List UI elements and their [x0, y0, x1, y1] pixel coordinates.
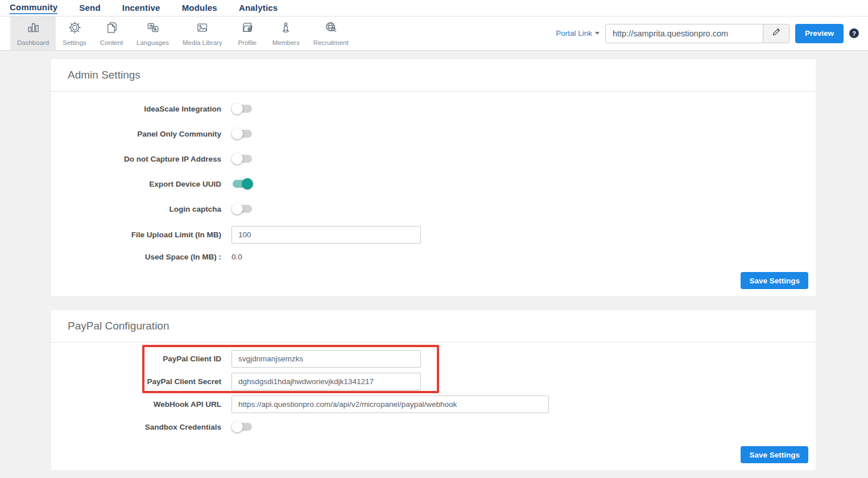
pages-icon: [104, 20, 119, 38]
field-label: Login captcha: [51, 205, 232, 213]
paypal-save-row: Save Settings: [51, 438, 816, 463]
row-used-space: Used Space (In MB) : 0.0: [51, 248, 816, 266]
field-label: Panel Only Community: [51, 130, 232, 138]
toggle-knob: [232, 128, 243, 139]
portal-url-input[interactable]: [606, 24, 763, 43]
nav-item-community[interactable]: Community: [10, 2, 57, 14]
field-label: Used Space (In MB) :: [51, 253, 232, 261]
admin-save-row: Save Settings: [51, 266, 816, 289]
admin-settings-header: Admin Settings: [51, 59, 816, 92]
toolbar-tab-content[interactable]: Content: [93, 17, 130, 50]
preview-button[interactable]: Preview: [795, 24, 844, 43]
paypal-save-settings-button[interactable]: Save Settings: [741, 446, 808, 463]
globe-search-icon: [323, 20, 338, 38]
chevron-down-icon: [595, 32, 600, 35]
admin-settings-card: Admin Settings IdeaScale Integration Pan…: [51, 59, 816, 296]
row-do-not-capture-ip: Do not Capture IP Address: [51, 146, 816, 171]
field-label: Export Device UUID: [51, 180, 232, 188]
toolbar-tab-profile[interactable]: Profile: [229, 17, 266, 50]
field-label: Do not Capture IP Address: [51, 155, 232, 163]
do-not-capture-ip-toggle[interactable]: [233, 155, 252, 163]
row-file-upload-limit: File Upload Limit (In MB): [51, 221, 816, 248]
field-label: IdeaScale Integration: [51, 105, 232, 113]
help-icon[interactable]: ?: [849, 28, 859, 38]
paypal-client-id-input[interactable]: [232, 350, 421, 368]
admin-settings-body: IdeaScale Integration Panel Only Communi…: [51, 92, 816, 296]
webhook-api-url-input[interactable]: [232, 395, 549, 413]
toolbar-tab-languages[interactable]: Languages: [130, 17, 176, 50]
toggle-knob: [232, 421, 243, 432]
nav-item-analytics[interactable]: Analytics: [239, 3, 278, 14]
row-panel-only-community: Panel Only Community: [51, 121, 816, 146]
ideascale-integration-toggle[interactable]: [233, 105, 252, 113]
nav-item-incentive[interactable]: Incentive: [122, 3, 160, 14]
field-label: Sandbox Credentials: [51, 423, 232, 431]
toolbar-tab-media-library[interactable]: Media Library: [176, 17, 229, 50]
tab-label: Settings: [63, 39, 86, 46]
field-label: PayPal Client ID: [51, 355, 232, 363]
paypal-body: PayPal Client ID PayPal Client Secret We…: [51, 343, 816, 470]
field-label: PayPal Client Secret: [51, 377, 232, 386]
gear-icon: [67, 20, 82, 38]
row-ideascale-integration: IdeaScale Integration: [51, 96, 816, 121]
main-content: Admin Settings IdeaScale Integration Pan…: [0, 51, 868, 470]
tab-label: Profile: [238, 39, 257, 46]
toolbar-tab-dashboard[interactable]: Dashboard: [10, 17, 56, 50]
page-title-admin-settings: Admin Settings: [68, 69, 140, 81]
row-paypal-client-id: PayPal Client ID: [51, 347, 816, 370]
portal-url-group: [605, 24, 790, 43]
panel-only-community-toggle[interactable]: [233, 130, 252, 138]
bar-chart-icon: [26, 20, 41, 38]
tab-label: Content: [100, 39, 123, 46]
page-title-paypal-configuration: PayPal Configuration: [68, 320, 170, 332]
admin-save-settings-button[interactable]: Save Settings: [741, 272, 808, 289]
row-login-captcha: Login captcha: [51, 196, 816, 221]
toggle-knob: [232, 153, 243, 164]
row-webhook-api-url: WebHook API URL: [51, 393, 816, 415]
edit-url-button[interactable]: [763, 24, 789, 43]
paypal-configuration-card: PayPal Configuration PayPal Client ID Pa…: [51, 310, 816, 470]
row-export-device-uuid: Export Device UUID: [51, 171, 816, 196]
nav-item-modules[interactable]: Modules: [182, 3, 217, 14]
top-navigation: Community Send Incentive Modules Analyti…: [0, 0, 868, 16]
folder-person-icon: [239, 20, 255, 38]
toggle-knob: [232, 203, 243, 215]
image-icon: [195, 20, 210, 38]
portal-link-dropdown[interactable]: Portal Link: [556, 29, 600, 38]
tab-label: Recruitment: [313, 39, 349, 46]
pencil-icon: [771, 27, 781, 39]
used-space-value: 0.0: [232, 253, 242, 261]
export-device-uuid-toggle[interactable]: [233, 180, 252, 188]
nav-item-send[interactable]: Send: [79, 3, 100, 14]
toolbar-right: Portal Link Preview ?: [556, 17, 868, 50]
toggle-knob: [232, 103, 243, 114]
toggle-knob: [242, 178, 253, 189]
login-captcha-toggle[interactable]: [233, 205, 252, 213]
paypal-client-secret-input[interactable]: [232, 373, 421, 390]
toolbar: Dashboard Settings Content Languages Med…: [0, 16, 868, 51]
portal-link-label: Portal Link: [556, 29, 592, 38]
row-paypal-client-secret: PayPal Client Secret: [51, 370, 816, 393]
tab-label: Dashboard: [17, 39, 49, 46]
row-sandbox-credentials: Sandbox Credentials: [51, 415, 816, 438]
toolbar-tab-settings[interactable]: Settings: [56, 17, 93, 50]
tab-label: Media Library: [183, 39, 222, 46]
toolbar-tab-members[interactable]: Members: [266, 17, 307, 50]
sandbox-credentials-toggle[interactable]: [233, 423, 252, 431]
paypal-header: PayPal Configuration: [51, 310, 816, 343]
tab-label: Languages: [137, 39, 169, 46]
field-label: WebHook API URL: [51, 400, 232, 409]
field-label: File Upload Limit (In MB): [51, 230, 232, 239]
file-upload-limit-input[interactable]: [232, 226, 421, 244]
tab-label: Members: [272, 39, 300, 46]
toolbar-tab-recruitment[interactable]: Recruitment: [307, 17, 356, 50]
translate-icon: [145, 20, 160, 38]
person-icon: [278, 20, 294, 38]
